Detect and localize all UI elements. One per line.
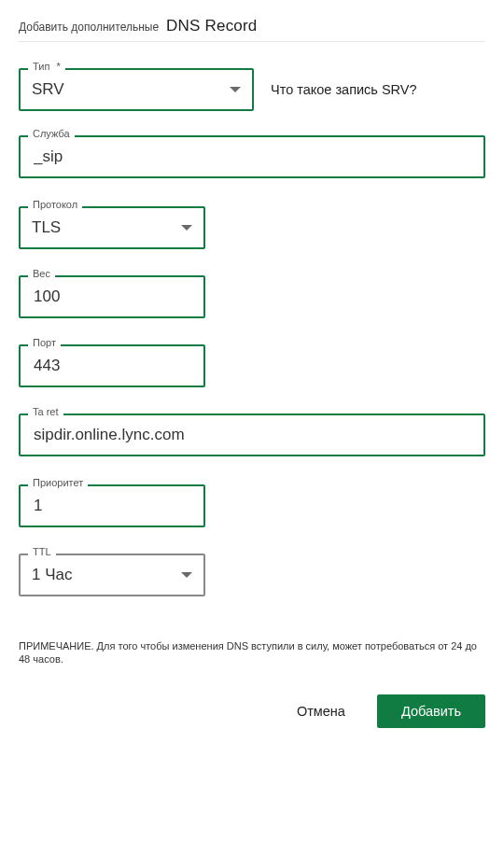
- priority-field: Приоритет: [19, 484, 205, 527]
- ttl-label: TTL: [28, 546, 56, 557]
- dialog-title-bar: Добавить дополнительные DNS Record: [19, 17, 485, 42]
- type-select[interactable]: SRV: [19, 68, 254, 111]
- type-label: Тип *: [28, 61, 65, 72]
- target-label: Ta ret: [28, 406, 63, 417]
- port-input-wrap: [19, 344, 205, 387]
- port-label: Порт: [28, 337, 61, 348]
- type-value: SRV: [32, 80, 64, 99]
- service-label: Служба: [28, 128, 75, 139]
- protocol-value: TLS: [32, 218, 61, 237]
- port-field: Порт: [19, 344, 205, 387]
- srv-help-link[interactable]: Что такое запись SRV?: [271, 82, 417, 97]
- ttl-value: 1 Час: [32, 566, 72, 584]
- dialog-actions: Отмена Добавить: [19, 694, 485, 728]
- chevron-down-icon: [181, 225, 192, 231]
- weight-label: Вес: [28, 268, 55, 279]
- weight-input-wrap: [19, 275, 205, 318]
- target-input[interactable]: [32, 425, 472, 445]
- protocol-label: Протокол: [28, 199, 82, 210]
- priority-input-wrap: [19, 484, 205, 527]
- ttl-select[interactable]: 1 Час: [19, 554, 205, 596]
- port-input[interactable]: [32, 356, 192, 376]
- title-prefix: Добавить дополнительные: [19, 21, 159, 34]
- type-field: Тип * SRV: [19, 68, 254, 111]
- weight-input[interactable]: [32, 287, 192, 307]
- submit-button[interactable]: Добавить: [377, 694, 485, 728]
- add-dns-record-dialog: Добавить дополнительные DNS Record Тип *…: [0, 0, 504, 750]
- service-field: Служба: [19, 135, 485, 178]
- weight-field: Вес: [19, 275, 205, 318]
- type-row: Тип * SRV Что такое запись SRV?: [19, 68, 485, 111]
- type-label-text: Тип: [33, 61, 49, 72]
- chevron-down-icon: [181, 572, 192, 578]
- target-input-wrap: [19, 413, 485, 456]
- chevron-down-icon: [230, 87, 241, 92]
- ttl-field: TTL 1 Час: [19, 554, 205, 596]
- protocol-select[interactable]: TLS: [19, 206, 205, 249]
- service-input-wrap: [19, 135, 485, 178]
- cancel-button[interactable]: Отмена: [282, 694, 360, 728]
- note-text: ПРИМЕЧАНИЕ. Для того чтобы изменения DNS…: [19, 639, 485, 666]
- priority-label: Приоритет: [28, 477, 88, 488]
- protocol-field: Протокол TLS: [19, 206, 205, 249]
- required-star: *: [56, 61, 60, 72]
- target-field: Ta ret: [19, 413, 485, 456]
- service-input[interactable]: [32, 147, 472, 167]
- title-main: DNS Record: [166, 17, 257, 35]
- priority-input[interactable]: [32, 496, 192, 516]
